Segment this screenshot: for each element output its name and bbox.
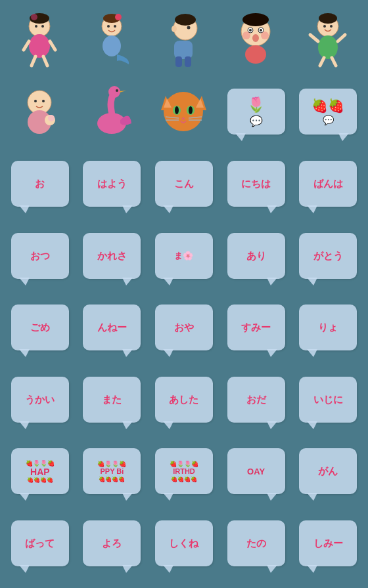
sticker-child-green[interactable]: [293, 5, 363, 75]
svg-rect-21: [175, 56, 182, 67]
sticker-nichiwa[interactable]: にちは: [221, 149, 291, 219]
sticker-oya[interactable]: おや: [149, 293, 219, 362]
sticker-hayou[interactable]: はよう: [78, 149, 147, 219]
svg-point-3: [35, 25, 37, 28]
bubble-text-o: お: [35, 178, 45, 190]
sticker-ma[interactable]: ま🌸: [149, 221, 219, 291]
sticker-shimii[interactable]: しみー: [293, 509, 363, 578]
svg-point-29: [252, 34, 259, 42]
bubble-text-gome: ごめ: [30, 322, 50, 333]
bubble-text-nnee: んねー: [97, 322, 127, 333]
sticker-flowers-bubble[interactable]: 🌷 💬: [221, 77, 291, 147]
bubble-text-mata: また: [102, 394, 122, 406]
svg-point-32: [245, 45, 266, 64]
svg-point-15: [103, 35, 121, 56]
sticker-sumii[interactable]: すみー: [221, 293, 291, 362]
bubble-text-nichiwa: にちは: [241, 178, 271, 190]
svg-point-31: [261, 32, 269, 39]
sticker-kon[interactable]: こん: [149, 149, 219, 219]
bubble-icon: 💬: [250, 115, 263, 127]
sticker-otsu[interactable]: おつ: [5, 221, 75, 291]
sticker-oay[interactable]: OAY: [221, 437, 291, 507]
bubble-text-ryo: りょ: [318, 322, 338, 333]
svg-rect-22: [185, 56, 191, 67]
bubble2-icon: 💬: [323, 115, 334, 125]
svg-point-35: [323, 25, 326, 28]
bubble-text-karesa: かれさ: [97, 250, 127, 262]
sticker-grid: 🌷 💬 🍓🍓 💬 お はよう こん にちは ばんは: [0, 0, 368, 583]
sticker-hap[interactable]: 🍓🌷🌷🍓 HAP 🍓🍓🍓🍓: [5, 437, 75, 507]
svg-line-9: [43, 56, 47, 66]
sticker-swan-pink[interactable]: [78, 77, 147, 147]
sticker-ukai[interactable]: うかい: [5, 365, 75, 434]
bubble-text-shimii: しみー: [313, 537, 343, 549]
berry-icon: 🍓🍓: [311, 98, 344, 114]
sticker-ryo[interactable]: りょ: [293, 293, 363, 362]
svg-point-18: [187, 26, 191, 30]
svg-point-5: [29, 34, 50, 58]
sticker-shikune[interactable]: しくね: [149, 509, 219, 578]
sticker-ppy-bi[interactable]: 🍓🌷🌷🍓 PPY Bi 🍓🍓🍓🍓: [78, 437, 147, 507]
bubble-text-otsu: おつ: [30, 250, 50, 262]
bubble-text-kon: こん: [174, 178, 194, 190]
sticker-banwa[interactable]: ばんは: [293, 149, 363, 219]
bubble-text-oay: OAY: [247, 467, 265, 477]
svg-point-13: [107, 25, 110, 28]
bubble-text-ijini: いじに: [313, 394, 343, 406]
bubble-text-ashita: あした: [169, 394, 198, 406]
svg-point-59: [189, 106, 193, 114]
sticker-karesa[interactable]: かれさ: [78, 221, 147, 291]
sticker-yoro[interactable]: よろ: [78, 509, 147, 578]
svg-point-28: [260, 29, 262, 32]
sticker-gome[interactable]: ごめ: [5, 293, 75, 362]
sticker-batte[interactable]: ばって: [5, 509, 75, 578]
sticker-girl-pink[interactable]: [5, 5, 75, 75]
svg-line-39: [338, 35, 345, 41]
bubble-text-oya: おや: [174, 322, 194, 333]
svg-point-12: [115, 14, 122, 20]
sticker-boy-side[interactable]: [149, 5, 219, 75]
sticker-irthd[interactable]: 🍓🌷🌷🍓 IRTHD 🍓🍓🍓🍓: [149, 437, 219, 507]
svg-point-34: [319, 13, 337, 24]
svg-line-7: [50, 41, 55, 50]
sticker-gatou[interactable]: がとう: [293, 221, 363, 291]
svg-point-36: [330, 25, 333, 28]
svg-point-27: [249, 29, 252, 32]
svg-rect-20: [174, 41, 193, 59]
svg-point-4: [41, 25, 44, 28]
sticker-ashita[interactable]: あした: [149, 365, 219, 434]
sticker-tano[interactable]: たの: [221, 509, 291, 578]
flower-icon: 🌷: [247, 96, 265, 114]
svg-point-58: [175, 106, 179, 114]
bubble-text-gan: がん: [318, 465, 338, 477]
bubble-text-ma: ま🌸: [174, 251, 193, 261]
svg-point-30: [242, 32, 250, 39]
svg-line-41: [332, 58, 336, 66]
svg-point-37: [318, 35, 338, 59]
sticker-ijini[interactable]: いじに: [293, 365, 363, 434]
sticker-berries-bubble[interactable]: 🍓🍓 💬: [293, 77, 363, 147]
sticker-ari[interactable]: あり: [221, 221, 291, 291]
bubble-text-shikune: しくね: [169, 537, 198, 549]
sticker-baby[interactable]: [5, 77, 75, 147]
sticker-gan[interactable]: がん: [293, 437, 363, 507]
bubble-text-tano: たの: [246, 537, 266, 549]
sticker-oda[interactable]: おだ: [221, 365, 291, 434]
bubble-text-hayou: はよう: [97, 178, 127, 190]
sticker-child-blue[interactable]: [78, 5, 147, 75]
bubble-text-yoro: よろ: [102, 537, 122, 549]
sticker-nnee[interactable]: んねー: [78, 293, 147, 362]
bubble-text-batte: ばって: [25, 537, 55, 549]
svg-line-6: [24, 41, 29, 50]
sticker-mata[interactable]: また: [78, 365, 147, 434]
svg-point-14: [114, 25, 116, 28]
svg-point-47: [48, 115, 55, 121]
sticker-cat-orange[interactable]: [149, 77, 219, 147]
bubble-text-gatou: がとう: [313, 250, 343, 262]
svg-line-8: [32, 56, 35, 66]
svg-point-44: [42, 100, 45, 102]
sticker-o[interactable]: お: [5, 149, 75, 219]
sticker-boy-surprised[interactable]: [221, 5, 291, 75]
svg-point-51: [164, 92, 203, 131]
bubble-text-ari: あり: [246, 250, 266, 262]
